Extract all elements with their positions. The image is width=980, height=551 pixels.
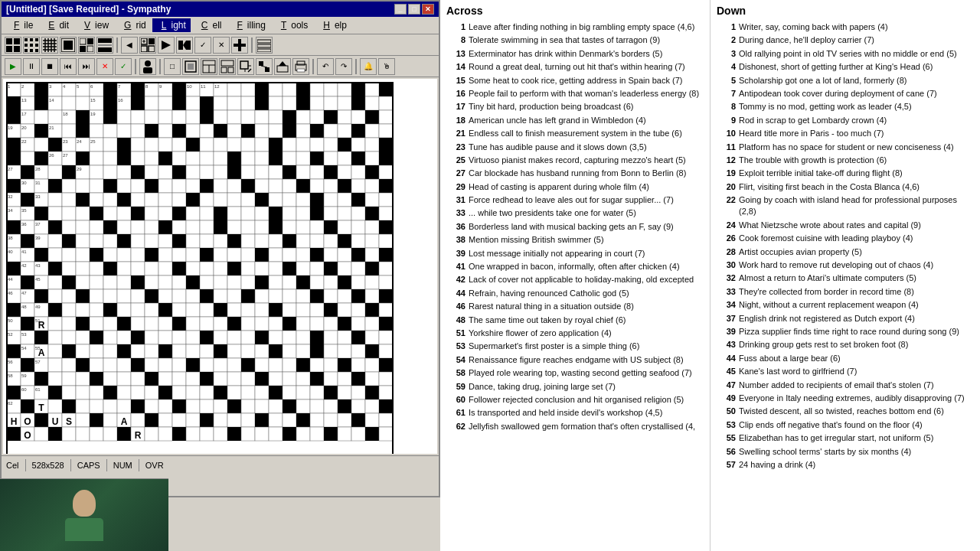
menu-view[interactable]: View <box>75 18 113 32</box>
down-clue-19[interactable]: 19Exploit terrible initial take-off duri… <box>717 168 974 179</box>
across-clue-25[interactable]: 25Virtuoso pianist makes record, capturi… <box>446 155 704 166</box>
across-clue-8[interactable]: 8Tolerate swimming in sea that tastes of… <box>446 34 704 46</box>
down-clue-57[interactable]: 5724 having a drink (4) <box>717 459 974 471</box>
grid-icon-2[interactable] <box>23 37 40 54</box>
tb-icon-4[interactable] <box>176 37 193 54</box>
down-clue-2[interactable]: 2During dance, he'll deploy carrier (7) <box>717 34 974 46</box>
arrow-left[interactable]: ◀ <box>121 37 138 54</box>
across-clue-33[interactable]: 33... while two presidents take one for … <box>446 207 704 219</box>
menu-light[interactable]: Light <box>152 18 191 32</box>
resize-btn[interactable] <box>237 58 254 75</box>
next-btn[interactable]: ⏭ <box>78 58 95 75</box>
down-clue-3[interactable]: 3Old rallying point in old TV series wit… <box>717 48 974 60</box>
export-btn[interactable] <box>274 58 291 75</box>
down-clue-22[interactable]: 22Going by coach with island head for pr… <box>717 194 974 218</box>
minimize-button[interactable]: _ <box>394 4 407 15</box>
across-clue-39[interactable]: 39Lost message initially not appearing i… <box>446 248 704 259</box>
across-clue-51[interactable]: 51Yorkshire flower of zero application (… <box>446 328 704 339</box>
menu-file[interactable]: File <box>5 18 38 32</box>
across-clue-60[interactable]: 60Follower rejected conclusion and hit o… <box>446 394 704 406</box>
across-clue-54[interactable]: 54Renaissance figure reaches endgame wit… <box>446 354 704 366</box>
down-clue-56[interactable]: 56Swelling school terms' starts by six m… <box>717 446 974 458</box>
tb-icon-6[interactable]: ✕ <box>213 37 230 54</box>
across-clue-38[interactable]: 38Mention missing British swimmer (5) <box>446 234 704 246</box>
across-clue-53[interactable]: 53Supermarket's first poster is a simple… <box>446 341 704 352</box>
menu-grid[interactable]: Grid <box>115 18 151 32</box>
across-clue-27[interactable]: 27Car blockade has husband running from … <box>446 168 704 179</box>
close-button[interactable]: ✕ <box>422 4 434 15</box>
down-clue-50[interactable]: 50Twisted descent, all so twisted, reach… <box>717 406 974 417</box>
down-clue-33[interactable]: 33They're collected from border in recor… <box>717 286 974 298</box>
rect-btn[interactable]: □ <box>164 58 181 75</box>
grid-move-btn[interactable] <box>256 58 273 75</box>
grid-icon-6[interactable] <box>96 37 113 54</box>
across-clue-36[interactable]: 36Borderless land with musical backing g… <box>446 221 704 233</box>
down-clue-5[interactable]: 5Scholarship got one a lot of land, form… <box>717 75 974 86</box>
tb-stack[interactable] <box>256 37 273 54</box>
maximize-button[interactable]: □ <box>408 4 420 15</box>
menu-filling[interactable]: Filling <box>228 18 270 32</box>
person-icon[interactable] <box>139 58 156 75</box>
down-clue-12[interactable]: 12The trouble with growth is protection … <box>717 155 974 166</box>
across-clue-31[interactable]: 31Force redhead to leave ales out for su… <box>446 194 704 206</box>
play-btn[interactable]: ▶ <box>5 58 21 75</box>
across-clue-23[interactable]: 23Tune has audible pause and it slows do… <box>446 142 704 153</box>
down-clue-26[interactable]: 26Cook foremost cuisine with leading pla… <box>717 233 974 244</box>
grid-icon-3[interactable] <box>41 37 58 54</box>
pause-btn[interactable]: ⏸ <box>23 58 40 75</box>
stop-btn[interactable]: ⏹ <box>41 58 58 75</box>
cursor-icon[interactable]: 🖱 <box>378 58 395 75</box>
down-clue-45[interactable]: 45Kane's last word to girlfriend (7) <box>717 366 974 377</box>
prev-btn[interactable]: ⏮ <box>60 58 77 75</box>
grid-icon-4[interactable] <box>60 37 77 54</box>
down-clue-10[interactable]: 10Heard title more in Paris - too much (… <box>717 128 974 139</box>
across-clue-62[interactable]: 62Jellyfish swallowed gem formation that… <box>446 421 704 432</box>
crossword-canvas[interactable] <box>3 79 437 454</box>
down-clue-30[interactable]: 30Work hard to remove rut developing out… <box>717 259 974 271</box>
down-clue-37[interactable]: 37English drink not registered as Dutch … <box>717 313 974 324</box>
x-btn[interactable]: ✕ <box>96 58 113 75</box>
across-clue-17[interactable]: 17Tiny bit hard, production being broadc… <box>446 101 704 112</box>
table-btn[interactable] <box>201 58 217 75</box>
menu-edit[interactable]: Edit <box>39 18 74 32</box>
crossword-sym[interactable] <box>139 37 156 54</box>
across-clue-21[interactable]: 21Endless call to finish measurement sys… <box>446 128 704 139</box>
check-btn[interactable]: ✓ <box>115 58 132 75</box>
down-clue-8[interactable]: 8Tommy is no mod, getting work as leader… <box>717 101 974 112</box>
down-clue-55[interactable]: 55Elizabethan has to get irregular start… <box>717 432 974 444</box>
rect-fill-btn[interactable] <box>182 58 199 75</box>
down-clue-47[interactable]: 47Number added to recipients of email th… <box>717 380 974 391</box>
down-clue-1[interactable]: 1Writer, say, coming back with papers (4… <box>717 21 974 33</box>
menu-tools[interactable]: Tools <box>272 18 312 32</box>
redo-btn[interactable]: ↷ <box>335 58 352 75</box>
bell-icon[interactable]: 🔔 <box>360 58 377 75</box>
down-clue-53[interactable]: 53Clip ends off negative that's found on… <box>717 419 974 431</box>
split-btn[interactable] <box>219 58 236 75</box>
tb-icon-3[interactable] <box>158 37 175 54</box>
down-clue-9[interactable]: 9Rod in scrap to get Lombardy crown (4) <box>717 115 974 126</box>
menu-help[interactable]: Help <box>314 18 351 32</box>
down-clue-4[interactable]: 4Dishonest, short of getting further at … <box>717 61 974 73</box>
grid-icon-1[interactable] <box>5 37 21 54</box>
tb-icon-7[interactable] <box>231 37 248 54</box>
across-clue-48[interactable]: 48The same time out taken by royal chief… <box>446 315 704 326</box>
across-clue-42[interactable]: 42Lack of cover not applicable to holida… <box>446 274 704 285</box>
across-clue-14[interactable]: 14Round a great deal, turning out hit th… <box>446 61 704 73</box>
down-clue-43[interactable]: 43Drinking group gets rest to set broken… <box>717 339 974 350</box>
across-clue-1[interactable]: 1Leave after finding nothing in big ramb… <box>446 21 704 33</box>
undo-btn[interactable]: ↶ <box>317 58 334 75</box>
across-clue-41[interactable]: 41One wrapped in bacon, informally, ofte… <box>446 261 704 272</box>
across-clue-18[interactable]: 18American uncle has left grand in Wimbl… <box>446 115 704 126</box>
down-clue-7[interactable]: 7Antipodean took cover during deployment… <box>717 88 974 99</box>
down-clue-34[interactable]: 34Night, without a current replacement w… <box>717 299 974 311</box>
grid-icon-5[interactable] <box>78 37 95 54</box>
across-clue-29[interactable]: 29Head of casting is apparent during who… <box>446 181 704 193</box>
across-clue-15[interactable]: 15Some heat to cook rice, getting addres… <box>446 75 704 86</box>
across-clue-58[interactable]: 58Played role wearing top, wasting secon… <box>446 367 704 379</box>
across-clue-44[interactable]: 44Refrain, having renounced Catholic god… <box>446 288 704 299</box>
down-clue-44[interactable]: 44Fuss about a large bear (6) <box>717 353 974 364</box>
down-clue-11[interactable]: 11Platform has no space for student or n… <box>717 142 974 153</box>
down-clue-32[interactable]: 32Almost a return to Atari's ultimate co… <box>717 272 974 284</box>
down-clue-39[interactable]: 39Pizza supplier finds time right to rac… <box>717 326 974 337</box>
down-clue-24[interactable]: 24What Nietzsche wrote about rates and c… <box>717 220 974 231</box>
